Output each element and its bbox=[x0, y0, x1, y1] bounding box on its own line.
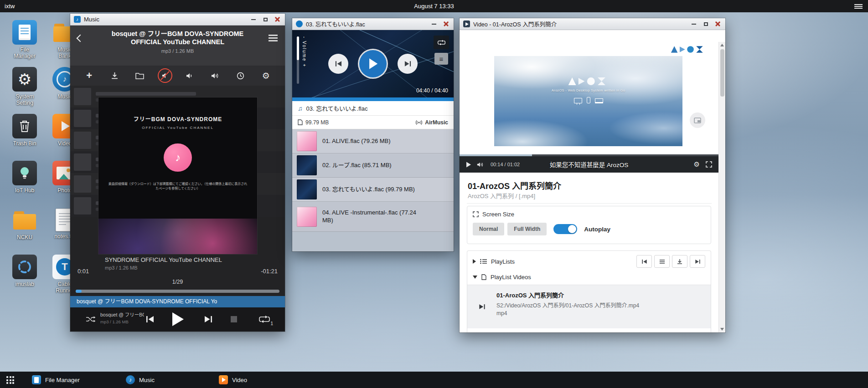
download-icon[interactable] bbox=[108, 69, 121, 82]
now-playing-marquee: bosquet @ フリーBGM DOVA-SYNDROM mp3 / 1.26… bbox=[100, 311, 144, 324]
minimize-button[interactable] bbox=[691, 21, 697, 27]
flac-playlist: 01. ALIVE.flac (79.26 MB) 02. ループ.flac (… bbox=[292, 129, 454, 232]
settings-gear-icon[interactable]: ⚙ bbox=[259, 69, 273, 82]
close-button[interactable] bbox=[274, 16, 280, 23]
source-label: AirMusic bbox=[425, 119, 448, 126]
apps-menu-icon[interactable] bbox=[6, 376, 14, 384]
normal-size-button[interactable]: Normal bbox=[473, 223, 504, 235]
download-video-button[interactable] bbox=[672, 255, 687, 268]
taskbar-item-file-manager[interactable]: File Manager bbox=[32, 372, 80, 388]
file-icon bbox=[298, 119, 303, 125]
video-settings-icon[interactable]: ⚙ bbox=[694, 160, 700, 168]
taskbar-item-video[interactable]: Video bbox=[219, 372, 247, 388]
next-track-icon[interactable] bbox=[204, 316, 212, 323]
add-icon[interactable]: + bbox=[83, 69, 96, 82]
volume-low-icon[interactable] bbox=[183, 69, 197, 82]
scrollbar[interactable] bbox=[718, 42, 725, 332]
play-icon[interactable] bbox=[171, 312, 184, 327]
playlist-video-item[interactable]: 01-ArozOS 入門系列簡介 S2:/Video/ArozOS 入門系列/0… bbox=[467, 285, 711, 328]
autoplay-label: Autoplay bbox=[584, 226, 610, 233]
desktop-icon-file-manager[interactable]: File Manager bbox=[5, 20, 45, 67]
selected-track-row[interactable]: bosquet @ フリーBGM DOVA-SYNDROME OFFICIAL … bbox=[70, 296, 285, 307]
loop-icon[interactable] bbox=[434, 36, 449, 49]
picture-in-picture-button[interactable] bbox=[690, 112, 705, 128]
minimize-button[interactable] bbox=[250, 16, 257, 23]
playlist-videos-label: PlayList Videos bbox=[491, 274, 531, 281]
video-controls-bar: 00:14 / 01:02 如果您不知道甚麼是 ArozOS ⚙ bbox=[460, 156, 718, 173]
spinner-icon bbox=[12, 255, 37, 279]
topbar-menu-icon[interactable] bbox=[854, 4, 863, 5]
album-cover bbox=[297, 179, 317, 199]
video-window-titlebar[interactable]: Video - 01-ArozOS 入門系列簡介 bbox=[460, 18, 725, 30]
autoplay-toggle[interactable] bbox=[553, 224, 577, 234]
playlist-item[interactable]: 02. ループ.flac (85.71 MB) bbox=[292, 153, 454, 178]
music-window-titlebar[interactable]: ♪ Music bbox=[70, 14, 285, 26]
skip-to-start-button[interactable] bbox=[636, 255, 652, 268]
music-track-meta: mp3 / 1.26 MB bbox=[70, 48, 285, 54]
arozos-logo-overlay bbox=[568, 77, 610, 86]
desktop-screen: ixtw August 7 13:33 File Manager Music B… bbox=[0, 0, 868, 388]
music-app-icon: ♪ bbox=[126, 375, 135, 384]
previous-track-icon[interactable] bbox=[146, 316, 154, 323]
mute-icon[interactable] bbox=[158, 69, 172, 82]
gear-icon: ⚙ bbox=[12, 67, 37, 92]
skip-to-end-button[interactable] bbox=[690, 255, 705, 268]
flac-seek-bar[interactable] bbox=[292, 97, 454, 101]
close-button[interactable] bbox=[714, 21, 721, 27]
playlist-list-button[interactable] bbox=[654, 255, 670, 268]
maximize-button[interactable] bbox=[262, 16, 269, 23]
repeat-one-icon[interactable]: 1 bbox=[259, 315, 270, 323]
desktop-icon-system-setting[interactable]: ⚙ System Setting bbox=[5, 67, 45, 114]
album-art: フリーBGM DOVA-SYNDROME OFFICIAL YouTube CH… bbox=[98, 97, 257, 254]
volume-icon[interactable] bbox=[477, 162, 485, 168]
flac-time-display: 04:40 / 04:40 bbox=[416, 87, 448, 94]
collapse-caret-icon[interactable] bbox=[473, 259, 476, 264]
scrollbar-thumb[interactable] bbox=[720, 49, 724, 97]
video-surface[interactable]: ArozOS - Web Desktop System written in G… bbox=[494, 56, 682, 146]
lightbulb-icon bbox=[12, 161, 37, 185]
trash-icon bbox=[12, 114, 37, 138]
album-art-photo-band bbox=[98, 219, 257, 254]
previous-track-button[interactable] bbox=[328, 54, 348, 74]
hamburger-menu-icon[interactable] bbox=[269, 35, 278, 36]
taskbar-item-music[interactable]: ♪ Music bbox=[126, 372, 155, 388]
maximize-button[interactable] bbox=[703, 21, 709, 27]
desktop-icon-iot-hub[interactable]: IoT Hub bbox=[5, 161, 45, 208]
expand-caret-icon[interactable] bbox=[473, 276, 477, 279]
back-icon[interactable] bbox=[77, 35, 84, 42]
full-width-button[interactable]: Full Width bbox=[507, 223, 547, 235]
playlist-item[interactable]: 03. 忘れてもいいよ.flac (99.79 MB) bbox=[292, 178, 454, 202]
scroll-down-icon[interactable] bbox=[720, 328, 724, 331]
minimize-button[interactable] bbox=[431, 21, 437, 27]
file-manager-icon bbox=[12, 20, 37, 45]
desktop-icon-trash-bin[interactable]: Trash Bin bbox=[5, 114, 45, 161]
playlists-label: PlayLists bbox=[491, 258, 515, 265]
playlist-item[interactable]: 04. ALIVE -Instrumental-.flac (77.24 MB) bbox=[292, 202, 454, 232]
laptop-icon bbox=[595, 98, 603, 103]
item-path: S2:/Video/ArozOS 入門系列/01-ArozOS 入門系列簡介.m… bbox=[496, 302, 639, 309]
playlist-videos-header[interactable]: PlayList Videos bbox=[467, 272, 711, 285]
flac-window-titlebar[interactable]: 03. 忘れてもいいよ.flac bbox=[292, 18, 454, 30]
history-clock-icon[interactable] bbox=[234, 69, 248, 82]
desktop-icon-imuslab[interactable]: imuslab bbox=[5, 255, 45, 301]
play-button[interactable] bbox=[359, 50, 387, 77]
taskbar: File Manager ♪ Music Video bbox=[0, 372, 868, 388]
next-track-button[interactable] bbox=[398, 54, 418, 74]
playlist-item[interactable]: 01. ALIVE.flac (79.26 MB) bbox=[292, 129, 454, 153]
scroll-up-icon[interactable] bbox=[720, 44, 724, 46]
volume-high-icon[interactable] bbox=[209, 69, 222, 82]
play-icon[interactable] bbox=[466, 162, 471, 168]
item-format: mp4 bbox=[496, 310, 507, 317]
open-folder-icon[interactable] bbox=[133, 69, 146, 82]
file-size-label: 99.79 MB bbox=[305, 119, 329, 126]
shuffle-icon[interactable] bbox=[86, 316, 96, 323]
seek-bar[interactable] bbox=[76, 290, 279, 293]
playlists-header[interactable]: PlayLists bbox=[467, 251, 711, 272]
stop-icon[interactable] bbox=[231, 316, 237, 322]
album-art-subtitle: OFFICIAL YouTube CHANNEL bbox=[98, 126, 257, 130]
desktop-icon-ncku[interactable]: NCKU bbox=[5, 208, 45, 255]
video-window: Video - 01-ArozOS 入門系列簡介 bbox=[460, 18, 725, 332]
album-art-logo: ♪ bbox=[164, 143, 192, 172]
close-button[interactable] bbox=[443, 21, 449, 27]
fullscreen-icon[interactable] bbox=[706, 161, 712, 168]
